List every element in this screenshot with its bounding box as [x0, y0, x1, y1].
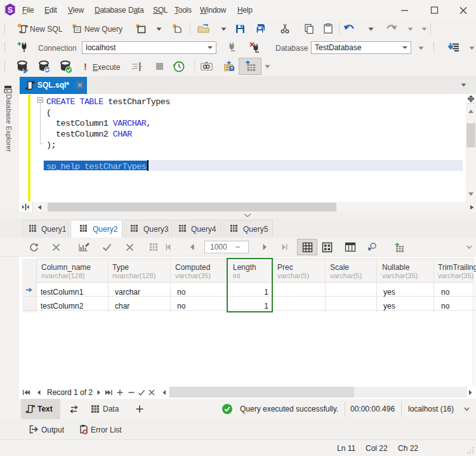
svg-text:S: S: [8, 6, 13, 15]
